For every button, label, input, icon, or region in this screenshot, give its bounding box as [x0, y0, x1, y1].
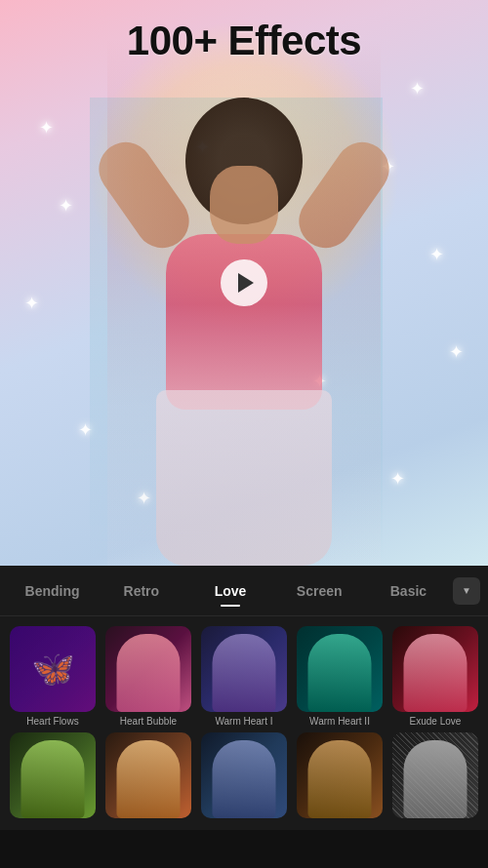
tab-retro[interactable]: Retro [97, 572, 185, 611]
main-heading: 100+ Effects [0, 18, 488, 64]
sparkle-star: ✦ [39, 117, 54, 138]
sparkle-star: ✦ [449, 341, 464, 363]
tab-more-button[interactable] [453, 577, 480, 605]
tab-bending[interactable]: Bending [8, 572, 97, 611]
effect-heart-flows[interactable]: 🦋 Heart Flows [8, 626, 98, 727]
warm-heart-i-label: Warm Heart I [201, 716, 287, 727]
sparkle-star: ✦ [24, 293, 39, 314]
effect-warm-heart-i[interactable]: Warm Heart I [199, 626, 289, 727]
heart-bubble-label: Heart Bubble [105, 716, 191, 727]
photo-area: ✦✦✦✦✦✦✦✦✦✦✦✦ 100+ Effects [0, 0, 488, 566]
effect-r2-5[interactable] [390, 732, 480, 822]
sparkle-star: ✦ [59, 195, 73, 217]
tab-love[interactable]: Love [185, 572, 274, 611]
sparkle-star: ✦ [429, 244, 444, 265]
effect-heart-bubble[interactable]: Heart Bubble [103, 626, 193, 727]
effect-warm-heart-ii[interactable]: Warm Heart II [295, 626, 385, 727]
effect-exude-love[interactable]: Exude Love [390, 626, 480, 727]
tab-basic[interactable]: Basic [364, 572, 453, 611]
tab-screen[interactable]: Screen [275, 572, 364, 611]
effect-r2-2[interactable] [103, 732, 193, 822]
heart-flows-label: Heart Flows [10, 716, 96, 727]
sparkle-star: ✦ [390, 468, 405, 490]
effect-r2-1[interactable] [8, 732, 98, 822]
exude-love-label: Exude Love [392, 716, 478, 727]
warm-heart-ii-label: Warm Heart II [297, 716, 383, 727]
tabs-bar: Bending Retro Love Screen Basic [0, 566, 488, 616]
effect-r2-3[interactable] [199, 732, 289, 822]
effect-r2-4[interactable] [295, 732, 385, 822]
effects-grid: 🦋 Heart Flows Heart Bubble Warm Heart I … [0, 616, 488, 830]
sparkle-star: ✦ [410, 78, 425, 99]
play-button[interactable] [221, 259, 267, 306]
